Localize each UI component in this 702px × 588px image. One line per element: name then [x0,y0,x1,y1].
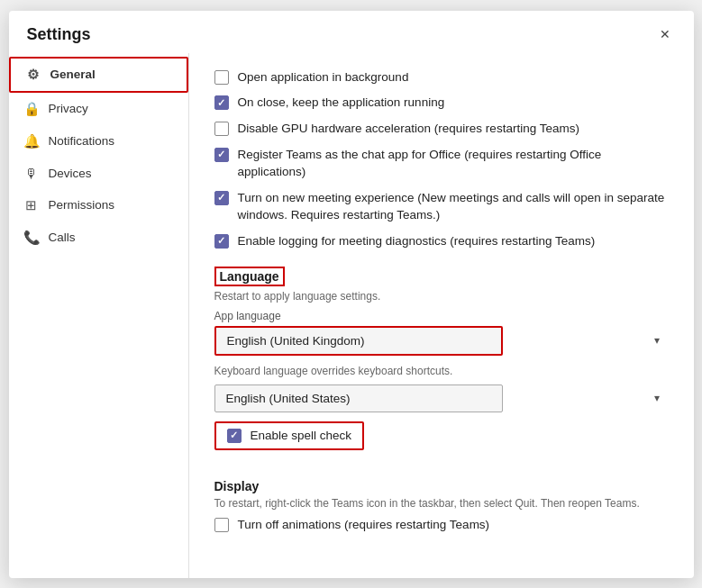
main-content: ⚙ General 🔒 Privacy 🔔 Notifications 🎙 De… [9,53,694,578]
gear-icon: ⚙ [25,67,41,83]
sidebar-label-notifications: Notifications [49,134,115,148]
mic-icon: 🎙 [23,166,40,181]
checkbox-row-open-bg: Open application in background [214,69,669,86]
display-restart-note: To restart, right-click the Teams icon i… [214,497,669,510]
sidebar-label-general: General [50,68,96,81]
display-heading: Display [214,479,669,493]
checkbox-spell-check[interactable] [227,429,242,443]
chevron-down-icon: ▾ [654,334,660,347]
window-title: Settings [27,25,91,44]
spell-check-row: Enable spell check [214,421,365,450]
sidebar-item-general[interactable]: ⚙ General [9,57,188,93]
sidebar-label-permissions: Permissions [49,198,115,212]
checkbox-row-turn-off-anim: Turn off animations (requires restarting… [214,517,669,534]
sidebar-label-devices: Devices [49,167,92,180]
checkbox-row-new-meeting: Turn on new meeting experience (New meet… [214,190,669,224]
language-heading: Language [214,267,285,286]
checkbox-label-disable-gpu: Disable GPU hardware acceleration (requi… [238,121,579,138]
app-language-label: App language [214,310,669,322]
general-checkboxes-section: Open application in background On close,… [214,69,669,250]
content-area: Open application in background On close,… [189,53,694,578]
checkbox-turn-off-anim[interactable] [214,518,229,532]
checkbox-enable-logging[interactable] [214,234,229,249]
sidebar-item-devices[interactable]: 🎙 Devices [9,158,188,189]
checkbox-row-enable-logging: Enable logging for meeting diagnostics (… [214,233,669,250]
checkbox-row-register-teams: Register Teams as the chat app for Offic… [214,147,669,181]
checkbox-label-keep-running: On close, keep the application running [238,95,445,112]
sidebar-label-privacy: Privacy [49,102,88,115]
sidebar-label-calls: Calls [49,231,76,244]
checkbox-register-teams[interactable] [214,148,229,162]
checkbox-new-meeting[interactable] [214,191,229,205]
keyboard-language-note: Keyboard language overrides keyboard sho… [214,365,669,377]
sidebar-item-privacy[interactable]: 🔒 Privacy [9,93,188,125]
checkbox-label-turn-off-anim: Turn off animations (requires restarting… [238,517,490,534]
keyboard-language-dropdown-wrap: English (United States) ▾ [214,384,669,412]
checkbox-row-keep-running: On close, keep the application running [214,95,669,112]
language-restart-note: Restart to apply language settings. [214,290,669,303]
phone-icon: 📞 [23,230,40,246]
chevron-down-icon-2: ▾ [654,392,660,404]
checkbox-label-enable-logging: Enable logging for meeting diagnostics (… [238,233,596,250]
lock-icon: 🔒 [23,101,40,117]
language-section: Language Restart to apply language setti… [214,267,669,463]
sidebar: ⚙ General 🔒 Privacy 🔔 Notifications 🎙 De… [9,53,189,578]
close-button[interactable]: ✕ [654,25,676,43]
app-language-dropdown-wrap: English (United Kingdom) ▾ [214,326,669,356]
checkbox-row-disable-gpu: Disable GPU hardware acceleration (requi… [214,121,669,138]
checkbox-label-new-meeting: Turn on new meeting experience (New meet… [238,190,669,224]
title-bar: Settings ✕ [9,11,694,53]
checkbox-disable-gpu[interactable] [214,122,229,136]
bell-icon: 🔔 [23,133,40,149]
checkbox-label-register-teams: Register Teams as the chat app for Offic… [238,147,669,181]
checkbox-label-open-bg: Open application in background [238,69,409,86]
sidebar-item-calls[interactable]: 📞 Calls [9,222,188,254]
sidebar-item-permissions[interactable]: ⊞ Permissions [9,189,188,222]
checkbox-open-bg[interactable] [214,70,229,85]
settings-window: Settings ✕ ⚙ General 🔒 Privacy 🔔 Notific… [9,11,694,578]
keyboard-language-select[interactable]: English (United States) [214,384,503,412]
sidebar-item-notifications[interactable]: 🔔 Notifications [9,125,188,158]
app-language-select[interactable]: English (United Kingdom) [214,326,503,356]
display-section: Display To restart, right-click the Team… [214,479,669,534]
grid-icon: ⊞ [23,197,40,213]
spell-check-label: Enable spell check [251,429,352,442]
checkbox-keep-running[interactable] [214,95,229,110]
